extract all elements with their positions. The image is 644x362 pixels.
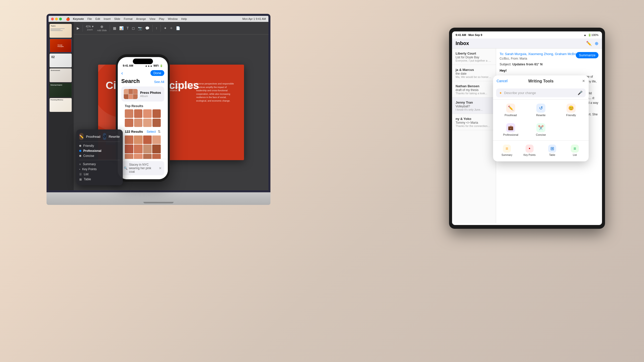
toolbar-format[interactable]: ✦ (164, 26, 167, 30)
top-result-4[interactable] (152, 109, 161, 118)
wt-rewrite-label[interactable]: Rewrite (109, 135, 120, 139)
wt-ipad-grid-row2: 💼 Professional ✂️ Concise (493, 121, 589, 140)
summarize-button[interactable]: Summarize (576, 52, 598, 58)
see-all-btn[interactable]: See All (154, 80, 164, 84)
wt-cell-list[interactable]: ≡ List (564, 142, 586, 159)
slide-thumb-1[interactable]: Topics (50, 24, 72, 38)
menu-edit[interactable]: Edit (95, 17, 100, 20)
slide-body-2: Diverse perspectives and responsible pra… (196, 82, 236, 103)
menu-arrange[interactable]: Arrange (136, 17, 146, 20)
email-list-item-3[interactable]: Nathan Bensen draft of my thesis Thanks … (452, 81, 496, 98)
slide-thumb-3[interactable]: 02 (50, 54, 72, 67)
toolbar-share[interactable]: ↑ (156, 26, 157, 30)
wt-cell-summary[interactable]: ≡ Summary (496, 142, 518, 159)
result-1[interactable] (125, 135, 133, 144)
iphone-search-input[interactable]: 🔍 Stacey in NYC wearing her pink coat ✕ (121, 161, 164, 175)
result-3[interactable] (143, 135, 152, 144)
wt-tone-professional[interactable]: Professional (79, 148, 120, 153)
result-6[interactable] (134, 145, 142, 153)
wt-cell-concise[interactable]: ✂️ Concise (526, 121, 556, 139)
menu-window[interactable]: Window (168, 17, 178, 20)
result-4[interactable] (152, 135, 161, 144)
sort-icon[interactable]: ⇅ (158, 129, 161, 133)
compose-icon[interactable]: ✏️ (586, 41, 592, 46)
wt-cell-proofread[interactable]: ✏️ Proofread (496, 101, 526, 119)
top-result-1[interactable] (125, 109, 133, 118)
more-icon[interactable]: ⊕ (595, 41, 598, 46)
toolbar-media[interactable]: 📷 (138, 26, 142, 30)
menu-format[interactable]: Format (124, 17, 133, 20)
summary-cell-icon: ≡ (503, 145, 511, 153)
select-btn[interactable]: Select (147, 130, 156, 133)
slide-thumb-6[interactable]: Promoting Efficiency (50, 98, 72, 112)
apple-menu[interactable]: 🍎 (66, 17, 70, 21)
iphone-done-btn[interactable]: Done (150, 70, 164, 76)
proofread-icon: ✏️ (506, 104, 515, 113)
menu-play[interactable]: Play (159, 17, 164, 20)
press-photos-card[interactable]: Press Photos Album (121, 86, 164, 102)
toolbar-animate[interactable]: ✧ (170, 26, 173, 30)
slide-thumb-4[interactable]: Environment (50, 68, 72, 82)
wt-ipad-input-field[interactable]: ✦ Describe your change 🎤 (496, 88, 586, 97)
toolbar-document[interactable]: 📄 (176, 26, 180, 30)
email-list-item-5[interactable]: ny & Yoko Tommy <> Maria Thanks for the … (452, 114, 496, 130)
top-result-8[interactable] (152, 119, 161, 127)
wt-list-summary[interactable]: ≡ Summary (79, 162, 120, 167)
toolbar-add-slide[interactable]: ⊕ Add Slide (97, 25, 107, 32)
toolbar-comment[interactable]: 💬 (145, 26, 149, 30)
menu-keynote[interactable]: Keynote (73, 17, 84, 20)
wt-cell-summary-label: Summary (502, 154, 512, 156)
wt-list-keypoints[interactable]: • Key Points (79, 167, 120, 172)
wt-cell-rewrite[interactable]: ↺ Rewrite (526, 101, 556, 119)
top-result-6[interactable] (134, 119, 143, 127)
press-photos-album: Album (140, 95, 162, 98)
top-result-7[interactable] (143, 119, 152, 127)
email-subject-4: Volleyball? (456, 105, 492, 108)
wt-list-table[interactable]: ▦ Table (79, 177, 120, 182)
wt-ipad-close-btn[interactable]: ✕ (582, 79, 585, 83)
result-8[interactable] (152, 145, 161, 153)
menu-view[interactable]: View (149, 17, 155, 20)
menu-file[interactable]: File (87, 17, 92, 20)
iphone-search-icon: 🔍 (124, 166, 128, 170)
concise-icon: ✂️ (536, 123, 545, 132)
result-7[interactable] (143, 145, 152, 153)
result-5[interactable] (125, 145, 133, 153)
email-list-item-2[interactable]: ja & Marcus the date Ma, We would be so … (452, 65, 496, 81)
wt-cell-table[interactable]: ⊞ Table (541, 142, 564, 159)
wt-cell-keypoints[interactable]: • Key Points (518, 142, 541, 159)
toolbar-view[interactable]: 41% ▼ Zoom (86, 25, 94, 31)
top-result-5[interactable] (125, 119, 133, 127)
iphone-back-btn[interactable]: ‹ (121, 70, 123, 76)
iphone-clear-btn[interactable]: ✕ (159, 166, 162, 170)
wt-input-placeholder[interactable]: Describe your change (504, 91, 576, 95)
traffic-lights (51, 18, 62, 20)
toolbar-table[interactable]: ▦ (113, 26, 116, 30)
wt-ipad-cancel-btn[interactable]: Cancel (497, 79, 508, 83)
menu-slide[interactable]: Slide (114, 17, 120, 20)
minimize-button[interactable] (55, 18, 58, 20)
toolbar-chart[interactable]: 📊 (119, 26, 124, 30)
close-button[interactable] (51, 18, 54, 20)
fullscreen-button[interactable] (59, 18, 62, 20)
wt-cell-concise-label: Concise (536, 133, 546, 136)
wt-mic-icon[interactable]: 🎤 (578, 90, 583, 95)
top-result-3[interactable] (143, 109, 152, 118)
toolbar-shape[interactable]: ◻ (132, 26, 135, 30)
menu-help[interactable]: Help (181, 17, 187, 20)
slide-thumb-2[interactable]: CircularPrinciples (50, 39, 72, 53)
wt-tone-friendly[interactable]: Friendly (79, 143, 120, 148)
slide-thumb-5[interactable]: Reducing Footprint (50, 83, 72, 97)
email-list-item-1[interactable]: Liberty Court List for Doyle Bay Everyon… (452, 49, 496, 65)
menu-insert[interactable]: Insert (104, 17, 111, 20)
top-result-2[interactable] (134, 109, 143, 118)
toolbar-text[interactable]: T (127, 26, 129, 30)
result-2[interactable] (134, 135, 142, 144)
toolbar-play[interactable]: ▶ (77, 26, 79, 30)
email-list-item-4[interactable]: Jenny Tran Volleyball? I know it's only … (452, 98, 496, 114)
wt-list-list[interactable]: ☰ List (79, 172, 120, 177)
wt-tone-concise[interactable]: Concise (79, 153, 120, 158)
wt-cell-friendly[interactable]: 😊 Friendly (556, 101, 586, 119)
wt-proofread-label[interactable]: Proofread (86, 135, 100, 139)
wt-cell-professional[interactable]: 💼 Professional (496, 121, 526, 139)
